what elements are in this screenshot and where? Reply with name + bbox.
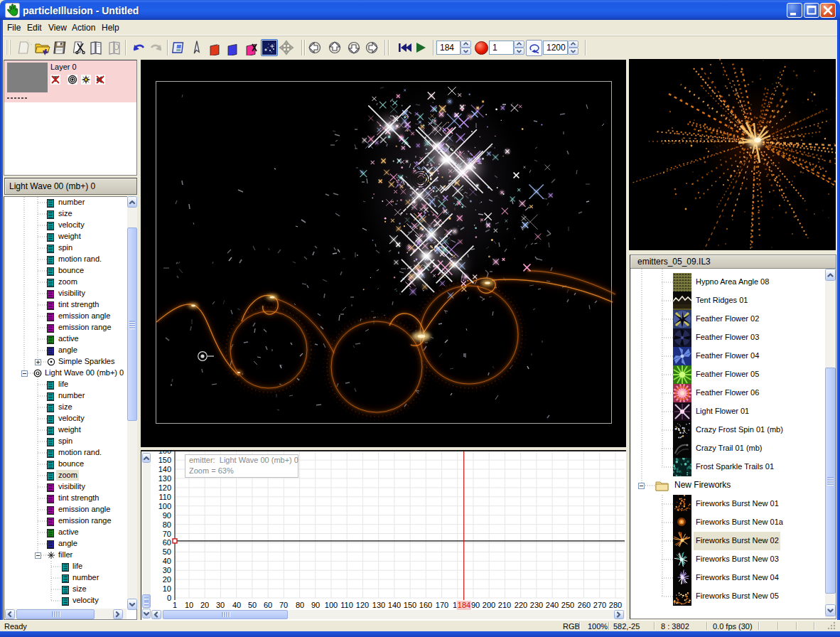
svg-text:110: 110 bbox=[340, 601, 353, 609]
svg-text:230: 230 bbox=[530, 601, 543, 609]
svg-text:30: 30 bbox=[163, 566, 171, 574]
svg-text:60: 60 bbox=[264, 601, 272, 609]
svg-text:150: 150 bbox=[404, 601, 416, 609]
svg-text:20: 20 bbox=[200, 601, 209, 609]
svg-text:140: 140 bbox=[158, 465, 171, 473]
svg-text:120: 120 bbox=[356, 601, 369, 609]
svg-text:184: 184 bbox=[458, 601, 470, 609]
svg-text:1: 1 bbox=[173, 601, 177, 609]
svg-text:280: 280 bbox=[609, 601, 622, 609]
svg-text:100: 100 bbox=[325, 601, 338, 609]
svg-text:200: 200 bbox=[483, 601, 495, 609]
svg-text:160: 160 bbox=[419, 601, 432, 609]
svg-text:70: 70 bbox=[163, 530, 171, 538]
svg-text:30: 30 bbox=[216, 601, 225, 609]
svg-text:40: 40 bbox=[232, 601, 241, 609]
svg-text:130: 130 bbox=[372, 601, 385, 609]
svg-text:10: 10 bbox=[163, 584, 171, 593]
svg-text:270: 270 bbox=[593, 601, 606, 609]
svg-text:80: 80 bbox=[163, 520, 171, 529]
svg-text:130: 130 bbox=[158, 474, 171, 483]
svg-text:60: 60 bbox=[163, 538, 171, 547]
svg-text:140: 140 bbox=[388, 601, 401, 609]
svg-text:50: 50 bbox=[248, 601, 257, 609]
svg-text:1: 1 bbox=[453, 601, 457, 609]
svg-text:240: 240 bbox=[546, 601, 559, 609]
svg-text:120: 120 bbox=[158, 483, 171, 492]
svg-text:90: 90 bbox=[163, 511, 171, 520]
svg-text:20: 20 bbox=[163, 575, 171, 584]
svg-text:160: 160 bbox=[158, 450, 171, 455]
svg-text:150: 150 bbox=[158, 456, 171, 464]
svg-text:250: 250 bbox=[561, 601, 574, 609]
svg-text:50: 50 bbox=[163, 547, 171, 556]
svg-text:0: 0 bbox=[167, 594, 171, 602]
svg-text:80: 80 bbox=[296, 601, 304, 609]
svg-text:100: 100 bbox=[158, 502, 171, 510]
svg-text:90: 90 bbox=[311, 601, 320, 609]
svg-text:110: 110 bbox=[158, 493, 171, 501]
svg-text:70: 70 bbox=[279, 601, 288, 609]
svg-text:10: 10 bbox=[185, 601, 193, 609]
svg-text:220: 220 bbox=[515, 601, 527, 609]
svg-text:210: 210 bbox=[498, 601, 511, 609]
svg-text:40: 40 bbox=[163, 557, 171, 565]
svg-text:170: 170 bbox=[436, 601, 448, 609]
svg-text:260: 260 bbox=[578, 601, 591, 609]
